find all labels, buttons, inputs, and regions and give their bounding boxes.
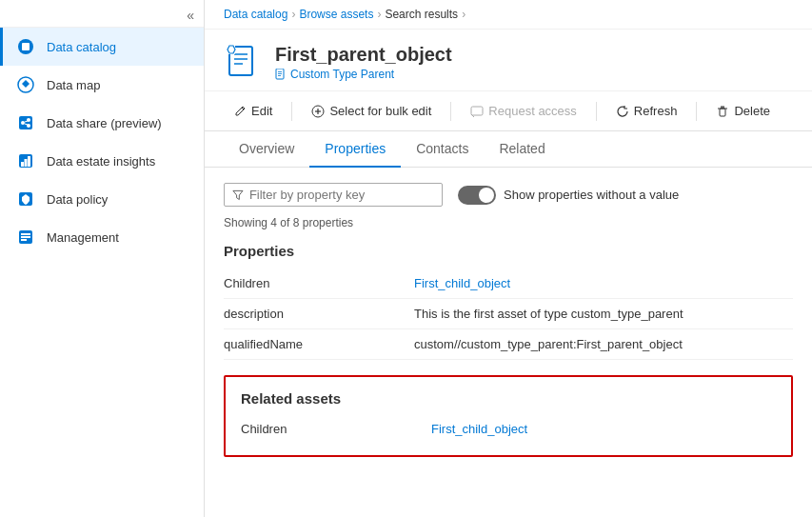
sidebar-item-management[interactable]: Management (0, 218, 204, 256)
filter-row: Show properties without a value (224, 183, 793, 207)
sidebar-label-data-policy: Data policy (47, 192, 108, 207)
sidebar-item-data-map[interactable]: Data map (0, 66, 204, 104)
svg-rect-17 (21, 239, 27, 241)
edit-icon (233, 105, 247, 118)
delete-icon (716, 105, 729, 118)
refresh-icon (616, 105, 629, 118)
doc-icon (275, 69, 287, 80)
data-policy-icon (16, 189, 35, 209)
refresh-label: Refresh (634, 104, 678, 118)
asset-header: First_parent_object Custom Type Parent (205, 30, 812, 91)
toggle-label: Show properties without a value (504, 188, 679, 202)
svg-point-4 (21, 121, 25, 125)
related-assets-box: Related assets Children First_child_obje… (224, 375, 793, 457)
related-assets-title: Related assets (241, 390, 776, 407)
tab-properties[interactable]: Properties (309, 131, 401, 168)
breadcrumb-search-results: Search results (385, 8, 458, 21)
prop-key-children: Children (224, 268, 414, 299)
prop-val-description: This is the first asset of type custom_t… (414, 299, 793, 329)
toolbar-sep-4 (696, 102, 697, 121)
tab-related[interactable]: Related (484, 131, 560, 168)
toggle-wrap: Show properties without a value (458, 186, 679, 205)
prop-key-qualifiedname: qualifiedName (224, 329, 414, 360)
sidebar-collapse-area: « (0, 0, 204, 28)
svg-rect-33 (720, 109, 725, 116)
table-row: Children First_child_object (224, 268, 793, 299)
svg-rect-10 (21, 162, 24, 167)
edit-button[interactable]: Edit (224, 99, 282, 123)
breadcrumb: Data catalog › Browse assets › Search re… (205, 0, 812, 30)
tab-contacts[interactable]: Contacts (401, 131, 484, 168)
collapse-button[interactable]: « (187, 8, 194, 23)
chat-icon (470, 105, 484, 118)
sidebar-item-data-share[interactable]: Data share (preview) (0, 104, 204, 142)
breadcrumb-browse-assets[interactable]: Browse assets (299, 8, 373, 21)
related-key-children: Children (241, 416, 431, 442)
toolbar-sep-2 (450, 102, 451, 121)
toolbar-sep-3 (596, 102, 597, 121)
toolbar-sep-1 (291, 102, 292, 121)
main-content: Data catalog › Browse assets › Search re… (205, 0, 812, 517)
sidebar-item-data-estate[interactable]: Data estate insights (0, 142, 204, 180)
toolbar: Edit Select for bulk edit Request access (205, 91, 812, 131)
breadcrumb-data-catalog[interactable]: Data catalog (224, 8, 287, 21)
properties-section-title: Properties (224, 243, 793, 259)
svg-rect-11 (25, 159, 28, 167)
svg-rect-15 (21, 233, 30, 235)
related-assets-table: Children First_child_object (241, 416, 776, 442)
prop-val-qualifiedname: custom//custom_type_parent:First_parent_… (414, 329, 793, 360)
filter-input[interactable] (249, 188, 434, 202)
asset-type-icon (224, 43, 262, 81)
asset-type-label: Custom Type Parent (290, 68, 394, 81)
tabs: Overview Properties Contacts Related (205, 131, 812, 168)
plus-circle-icon (311, 105, 325, 118)
bulk-edit-button[interactable]: Select for bulk edit (302, 99, 441, 123)
toggle-thumb (479, 188, 494, 203)
data-map-icon (16, 75, 35, 94)
header-text: First_parent_object Custom Type Parent (275, 44, 452, 81)
sidebar-item-data-policy[interactable]: Data policy (0, 180, 204, 218)
svg-rect-1 (22, 43, 30, 50)
svg-rect-31 (471, 107, 483, 115)
filter-icon (232, 189, 244, 201)
sidebar-label-data-estate: Data estate insights (47, 154, 155, 169)
filter-input-wrap (224, 183, 443, 207)
svg-marker-37 (233, 190, 243, 199)
sidebar-label-management: Management (47, 230, 119, 245)
data-share-icon (16, 113, 35, 132)
asset-title: First_parent_object (275, 44, 452, 66)
refresh-button[interactable]: Refresh (606, 99, 687, 123)
breadcrumb-sep-2: › (377, 8, 381, 21)
management-icon (16, 228, 35, 247)
tab-content: Show properties without a value Showing … (205, 168, 812, 517)
delete-button[interactable]: Delete (706, 99, 780, 123)
related-val-children[interactable]: First_child_object (431, 416, 776, 442)
showing-count: Showing 4 of 8 properties (224, 216, 793, 229)
asset-subtitle: Custom Type Parent (275, 68, 452, 81)
delete-label: Delete (734, 104, 770, 118)
svg-rect-12 (28, 156, 30, 167)
sidebar-item-data-catalog[interactable]: Data catalog (0, 28, 204, 66)
request-access-button[interactable]: Request access (461, 99, 586, 123)
sidebar: « Data catalog Data map (0, 0, 205, 517)
request-access-label: Request access (488, 104, 577, 118)
breadcrumb-sep-3: › (462, 8, 465, 21)
table-row: qualifiedName custom//custom_type_parent… (224, 329, 793, 360)
properties-table: Children First_child_object description … (224, 268, 793, 360)
edit-label: Edit (251, 104, 272, 118)
svg-rect-16 (21, 236, 30, 238)
prop-val-children[interactable]: First_child_object (414, 268, 793, 299)
table-row: description This is the first asset of t… (224, 299, 793, 329)
data-estate-icon (16, 151, 35, 170)
breadcrumb-sep-1: › (291, 8, 295, 21)
sidebar-label-data-map: Data map (47, 78, 100, 92)
properties-toggle[interactable] (458, 186, 496, 205)
bulk-edit-label: Select for bulk edit (329, 104, 431, 118)
sidebar-label-data-share: Data share (preview) (47, 116, 162, 130)
table-row: Children First_child_object (241, 416, 776, 442)
tab-overview[interactable]: Overview (224, 131, 309, 168)
prop-key-description: description (224, 299, 414, 329)
sidebar-label-data-catalog: Data catalog (47, 40, 116, 54)
data-catalog-icon (16, 37, 35, 56)
